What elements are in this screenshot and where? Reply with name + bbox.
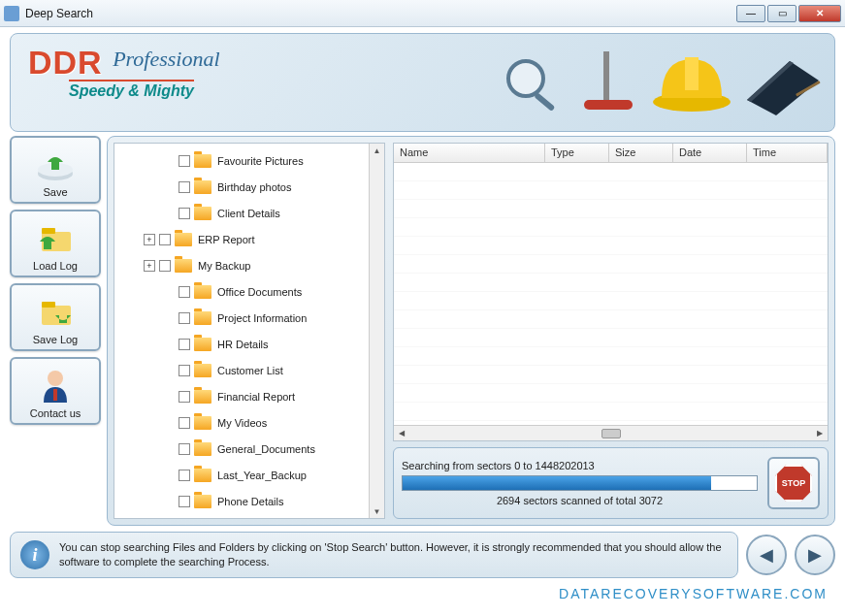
- next-button[interactable]: ▶: [795, 535, 835, 575]
- tree-item-label: Customer List: [217, 365, 283, 376]
- save-label: Save: [43, 186, 67, 198]
- tree-item-label: Client Details: [217, 208, 280, 219]
- prev-button[interactable]: ◀: [746, 535, 787, 575]
- folder-icon: [194, 390, 211, 404]
- file-list-body[interactable]: [394, 163, 828, 425]
- titlebar: Deep Search — ▭ ✕: [0, 0, 845, 27]
- save-button[interactable]: Save: [10, 136, 101, 204]
- tree-item[interactable]: +Birthday photos: [120, 174, 382, 200]
- col-time[interactable]: Time: [747, 144, 828, 162]
- checkbox[interactable]: [179, 286, 190, 298]
- scroll-thumb[interactable]: [601, 429, 621, 438]
- folder-icon: [194, 285, 211, 299]
- tree-scrollbar[interactable]: ▲ ▼: [369, 144, 384, 518]
- stop-icon: STOP: [775, 465, 812, 502]
- folder-icon: [175, 259, 192, 273]
- info-text: You can stop searching Files and Folders…: [59, 540, 728, 569]
- app-icon: [4, 6, 19, 21]
- disk-save-icon: [32, 144, 79, 184]
- brand-logo: DDR: [28, 44, 103, 81]
- tree-item[interactable]: +Office Documents: [120, 278, 382, 305]
- notebook-icon: [741, 51, 825, 119]
- col-name[interactable]: Name: [394, 144, 545, 162]
- tree-item[interactable]: +HR Details: [120, 331, 382, 357]
- progress-bar: [402, 475, 758, 491]
- screwdriver-icon: [574, 42, 642, 119]
- col-size[interactable]: Size: [609, 144, 673, 162]
- tree-item[interactable]: +Last_Year_Backup: [120, 462, 382, 488]
- file-hscrollbar[interactable]: ◀ ▶: [394, 425, 828, 440]
- load-log-button[interactable]: Load Log: [10, 210, 101, 277]
- minimize-button[interactable]: —: [736, 5, 765, 22]
- tree-item[interactable]: +My Backup: [120, 252, 382, 278]
- stop-search-button[interactable]: STOP: [767, 457, 820, 509]
- svg-rect-2: [584, 100, 633, 110]
- checkbox[interactable]: [179, 496, 190, 507]
- expand-icon[interactable]: +: [144, 234, 155, 245]
- col-date[interactable]: Date: [673, 144, 747, 162]
- info-icon: i: [20, 540, 49, 569]
- tree-item[interactable]: +Customer List: [120, 357, 382, 383]
- hardhat-icon: [650, 42, 733, 119]
- folder-save-icon: [32, 291, 79, 332]
- svg-rect-14: [53, 389, 57, 401]
- checkbox[interactable]: [159, 234, 171, 245]
- svg-point-0: [508, 61, 543, 96]
- col-type[interactable]: Type: [545, 144, 609, 162]
- banner-graphics: [499, 42, 825, 119]
- tree-item[interactable]: +Project Information: [120, 305, 382, 331]
- checkbox[interactable]: [179, 417, 190, 429]
- tree-item[interactable]: +My Videos: [120, 409, 382, 436]
- tree-item[interactable]: +Financial Report: [120, 383, 382, 409]
- brand-product: Professional: [113, 47, 219, 71]
- sidebar: Save Load Log Save Log Contact us: [10, 136, 101, 526]
- checkbox[interactable]: [179, 339, 190, 350]
- window-title: Deep Search: [25, 7, 734, 20]
- scroll-right-icon[interactable]: ▶: [812, 427, 828, 440]
- tree-item-label: Favourite Pictures: [217, 155, 304, 167]
- brand-tagline: Speedy & Mighty: [69, 80, 194, 100]
- save-log-label: Save Log: [33, 334, 78, 345]
- checkbox[interactable]: [159, 260, 171, 272]
- person-icon: [32, 365, 79, 405]
- tree-item[interactable]: +ERP Report: [120, 226, 382, 252]
- contact-us-button[interactable]: Contact us: [10, 357, 101, 425]
- folder-load-icon: [32, 217, 79, 258]
- checkbox[interactable]: [179, 181, 190, 193]
- checkbox[interactable]: [179, 208, 190, 219]
- tree-item[interactable]: +Phone Details: [120, 488, 382, 514]
- contact-label: Contact us: [30, 407, 81, 419]
- header-banner: DDR Professional Speedy & Mighty: [10, 33, 835, 132]
- file-list: Name Type Size Date Time ◀ ▶: [393, 143, 829, 441]
- save-log-button[interactable]: Save Log: [10, 283, 101, 351]
- tree-item[interactable]: +General_Documents: [120, 436, 382, 462]
- progress-status: Searching from sectors 0 to 1448202013: [402, 460, 758, 471]
- tree-item-label: My Videos: [217, 417, 267, 429]
- close-button[interactable]: ✕: [798, 5, 841, 22]
- folder-tree[interactable]: +Favourite Pictures+Birthday photos+Clie…: [114, 143, 385, 519]
- checkbox[interactable]: [179, 312, 190, 324]
- tree-item[interactable]: +Favourite Pictures: [120, 147, 382, 174]
- checkbox[interactable]: [179, 443, 190, 455]
- folder-icon: [194, 364, 211, 377]
- progress-subtext: 2694 sectors scanned of total 3072: [402, 495, 758, 506]
- content-panel: +Favourite Pictures+Birthday photos+Clie…: [107, 136, 835, 526]
- tree-item[interactable]: +Client Details: [120, 200, 382, 226]
- checkbox[interactable]: [179, 470, 190, 481]
- file-list-header: Name Type Size Date Time: [394, 144, 828, 163]
- scroll-left-icon[interactable]: ◀: [394, 427, 409, 440]
- website-link[interactable]: DATARECOVERYSOFTWARE.COM: [559, 586, 828, 601]
- folder-icon: [194, 207, 211, 220]
- folder-icon: [194, 180, 211, 194]
- scroll-up-icon[interactable]: ▲: [371, 144, 384, 157]
- magnifier-icon: [499, 51, 567, 119]
- expand-icon[interactable]: +: [144, 260, 155, 272]
- checkbox[interactable]: [179, 391, 190, 403]
- footer-link[interactable]: DATARECOVERYSOFTWARE.COM: [0, 578, 845, 602]
- folder-icon: [194, 338, 211, 351]
- svg-rect-10: [42, 228, 55, 234]
- maximize-button[interactable]: ▭: [767, 5, 796, 22]
- scroll-down-icon[interactable]: ▼: [371, 504, 384, 518]
- checkbox[interactable]: [179, 155, 190, 167]
- checkbox[interactable]: [179, 365, 190, 376]
